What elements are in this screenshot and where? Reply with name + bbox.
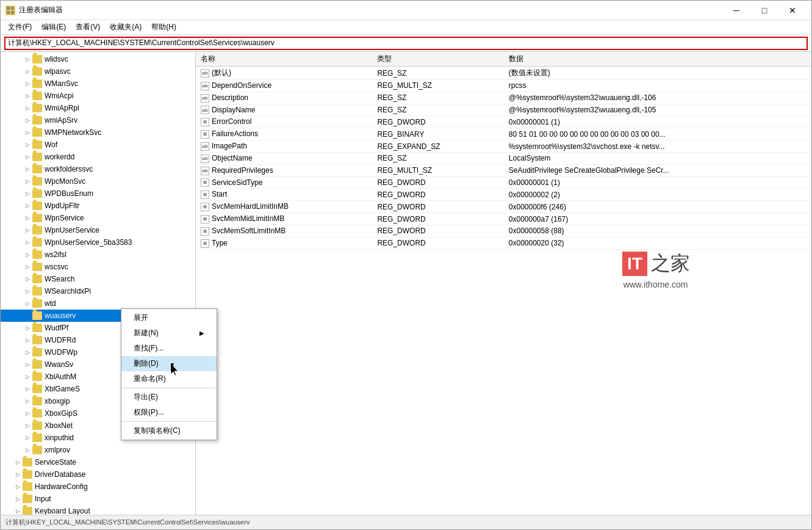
menu-favorites[interactable]: 收藏夹(A) [105,21,146,34]
status-text: 计算机\HKEY_LOCAL_MACHINE\SYSTEM\CurrentCon… [5,518,250,527]
table-row[interactable]: ⊞ErrorControl REG_DWORD 0x00000001 (1) [196,116,811,128]
tree-item-label: wlidsvc [45,55,68,64]
expand-icon: ▷ [23,213,32,223]
tree-item-wof[interactable]: ▷ Wof [1,139,195,151]
tree-item-label: workfolderssvc [45,165,93,173]
table-row[interactable]: ⊞Type REG_DWORD 0x00000020 (32) [196,237,811,249]
reg-type-cell: REG_MULTI_SZ [372,80,503,92]
registry-editor-window: 注册表编辑器 ─ □ ✕ 文件(F) 编辑(E) 查看(V) 收藏夹(A) 帮助… [0,0,812,530]
table-row[interactable]: abDisplayName REG_SZ @%systemroot%\syste… [196,104,811,116]
tree-item-wpdbusenum[interactable]: ▷ WPDBusEnum [1,187,195,200]
minimize-button[interactable]: ─ [722,1,750,20]
context-menu-label: 权限(P)... [134,407,164,418]
tree-item-wpnuserservice5ba[interactable]: ▷ WpnUserService_5ba3583 [1,236,195,249]
tree-item-wpnservice[interactable]: ▷ WpnService [1,212,195,224]
reg-data-cell: 0x00000058 (88) [504,225,811,237]
tree-item-label: ws2ifsl [45,250,66,259]
context-menu-item-expand[interactable]: 展开 [121,310,217,325]
tree-item-workfolderssvc[interactable]: ▷ workfolderssvc [1,163,195,175]
context-menu-item-find[interactable]: 查找(F)... [121,341,217,356]
tree-item-wsearch[interactable]: ▷ WSearch [1,273,195,285]
submenu-arrow-icon: ▶ [199,330,204,336]
table-row[interactable]: ⊞SvcMemHardLimitInMB REG_DWORD 0x000000f… [196,201,811,213]
tree-item-wmiapRpl[interactable]: ▷ WmiApRpl [1,102,195,114]
expand-icon: ▷ [23,164,32,174]
menu-view[interactable]: 查看(V) [71,21,105,34]
tree-item-servicestate[interactable]: ▷ ServiceState [1,456,195,468]
reg-type-cell: REG_DWORD [372,176,503,189]
tree-item-wlidsvc[interactable]: ▷ wlidsvc [1,53,195,65]
folder-icon [32,104,42,112]
context-menu-item-copy-name[interactable]: 复制项名称(C) [121,423,217,438]
table-row[interactable]: ⊞SvcMemMidLimitInMB REG_DWORD 0x000000a7… [196,213,811,225]
context-menu-item-delete[interactable]: 删除(D) [121,356,217,371]
table-row[interactable]: abRequiredPrivileges REG_MULTI_SZ SeAudi… [196,164,811,176]
address-bar [1,35,811,52]
table-row[interactable]: ⊞FailureActions REG_BINARY 80 51 01 00 0… [196,128,811,140]
reg-name-cell: abObjectName [196,152,372,164]
tree-item-xmlprov[interactable]: ▷ xmlprov [1,444,195,456]
col-header-type: 类型 [372,52,503,67]
table-row[interactable]: abImagePath REG_EXPAND_SZ %systemroot%\s… [196,140,811,153]
reg-name-cell: ⊞SvcMemSoftLimitInMB [196,225,372,237]
reg-name-cell: abImagePath [196,140,372,153]
folder-icon [32,324,42,332]
tree-item-wmiapsrv[interactable]: ▷ wmiApSrv [1,114,195,126]
tree-item-wmansvc[interactable]: ▷ WManSvc [1,78,195,90]
tree-item-workerdd[interactable]: ▷ workerdd [1,151,195,163]
tree-item-wsearchidxpi[interactable]: ▷ WSearchIdxPi [1,285,195,297]
tree-item-input[interactable]: ▷ Input [1,493,195,505]
table-row[interactable]: abObjectName REG_SZ LocalSystem [196,152,811,164]
menu-help[interactable]: 帮助(H) [146,21,181,34]
context-menu-item-new[interactable]: 新建(N) ▶ [121,325,217,341]
table-row[interactable]: ab(默认) REG_SZ (数值未设置) [196,67,811,80]
dword-icon: ⊞ [201,239,209,248]
reg-data-cell: @%systemroot%\system32\wuaueng.dll,-105 [504,104,811,116]
folder-icon [23,507,32,515]
table-row[interactable]: abDependOnService REG_MULTI_SZ rpcss [196,80,811,92]
tree-item-label: Wof [45,140,57,149]
reg-name-cell: ab(默认) [196,67,372,80]
tree-item-wscsvc[interactable]: ▷ wscsvc [1,261,195,273]
ab-icon: ab [201,106,209,114]
tree-item-hardwareconfig[interactable]: ▷ HardwareConfig [1,481,195,493]
menu-edit[interactable]: 编辑(E) [37,21,71,34]
tree-item-wtd[interactable]: ▷ wtd [1,297,195,310]
tree-panel[interactable]: ▷ wlidsvc ▷ wlpasvc ▷ WManSvc ▷ WmiAcpi … [1,52,196,515]
tree-item-wlpasvc[interactable]: ▷ wlpasvc [1,65,195,78]
table-row[interactable]: ⊞Start REG_DWORD 0x00000002 (2) [196,189,811,201]
expand-icon: ▷ [23,91,32,101]
tree-item-wpnuserservice[interactable]: ▷ WpnUserService [1,224,195,236]
close-button[interactable]: ✕ [778,1,807,20]
tree-item-driverdatabase[interactable]: ▷ DriverDatabase [1,468,195,481]
folder-icon [32,55,42,64]
tree-item-wpdupfltr[interactable]: ▷ WpdUpFltr [1,200,195,212]
expand-icon: ▷ [23,433,32,443]
folder-icon [23,458,32,466]
dword-icon: ⊞ [201,118,209,126]
context-menu-item-export[interactable]: 导出(E) [121,390,217,405]
reg-type-cell: REG_DWORD [372,116,503,128]
tree-item-label: wtd [45,299,56,308]
tree-item-keyboard-layout[interactable]: ▷ Keyboard Layout [1,505,195,515]
expand-icon: ▷ [23,372,32,382]
reg-type-cell: REG_DWORD [372,189,503,201]
tree-item-label: xmlprov [45,446,70,454]
tree-item-wmiacpi[interactable]: ▷ WmiAcpi [1,90,195,102]
table-row[interactable]: abDescription REG_SZ @%systemroot%\syste… [196,92,811,104]
expand-icon: ▷ [23,384,32,394]
table-row[interactable]: ⊞ServiceSidType REG_DWORD 0x00000001 (1) [196,176,811,189]
tree-item-wpcmonsvc[interactable]: ▷ WpcMonSvc [1,175,195,187]
context-menu-item-rename[interactable]: 重命名(R) [121,371,217,387]
tree-item-ws2ifsl[interactable]: ▷ ws2ifsl [1,249,195,261]
maximize-button[interactable]: □ [750,1,778,20]
tree-item-label: Input [35,495,51,503]
context-menu-item-permissions[interactable]: 权限(P)... [121,405,217,420]
menu-file[interactable]: 文件(F) [3,21,37,34]
folder-icon [32,434,42,442]
address-input[interactable] [4,37,808,50]
dword-icon: ⊞ [201,215,209,223]
tree-item-wmpnetworksvc[interactable]: ▷ WMPNetworkSvc [1,126,195,139]
expand-icon: ▷ [23,79,32,89]
table-row[interactable]: ⊞SvcMemSoftLimitInMB REG_DWORD 0x0000005… [196,225,811,237]
